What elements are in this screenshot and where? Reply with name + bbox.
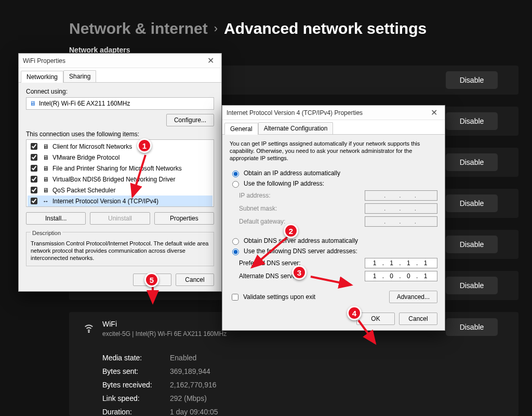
dialog-title: Internet Protocol Version 4 (TCP/IPv4) P… — [227, 109, 363, 116]
stat-val: 292 (Mbps) — [170, 392, 207, 405]
list-item[interactable]: 🖥Client for Microsoft Networks — [28, 141, 212, 152]
item-checkbox[interactable] — [31, 187, 37, 193]
items-label: This connection uses the following items… — [26, 131, 214, 138]
gateway-field — [365, 216, 437, 227]
adapter-stats: Media state:Enabled Bytes sent:369,189,9… — [102, 351, 218, 416]
cancel-button[interactable]: Cancel — [399, 313, 437, 325]
ip-address-field — [365, 190, 437, 201]
item-checkbox[interactable] — [31, 143, 37, 150]
protocol-icon: 🖥 — [42, 143, 49, 150]
list-item[interactable]: 🖥QoS Packet Scheduler — [28, 185, 212, 196]
item-label: Internet Protocol Version 4 (TCP/IPv4) — [52, 198, 158, 205]
adapter-sub: excitel-5G | Intel(R) Wi-Fi 6E AX211 160… — [102, 330, 227, 337]
validate-label: Validate settings upon exit — [243, 293, 315, 301]
protocol-icon: 🖥 — [42, 176, 49, 183]
radio-dns-manual-label: Use the following DNS server addresses: — [244, 248, 357, 255]
adapter-field[interactable]: 🖥 Intel(R) Wi-Fi 6E AX211 160MHz — [26, 97, 214, 110]
radio-dns-auto[interactable] — [232, 238, 239, 245]
stat-val: 369,189,944 — [170, 365, 210, 378]
adapter-name-text: Intel(R) Wi-Fi 6E AX211 160MHz — [39, 100, 130, 107]
item-label: QoS Packet Scheduler — [52, 187, 115, 194]
breadcrumb: Network & internet › Advanced network se… — [69, 18, 427, 39]
description-text: Transmission Control Protocol/Internet P… — [31, 240, 209, 262]
item-label: VirtualBox NDIS6 Bridged Networking Driv… — [52, 176, 176, 183]
stat-key: Media state: — [102, 351, 170, 365]
validate-checkbox[interactable] — [232, 294, 238, 301]
close-icon[interactable]: ✕ — [428, 108, 441, 118]
advanced-button[interactable]: Advanced... — [389, 291, 437, 303]
list-item[interactable]: 🖥VMware Bridge Protocol — [28, 152, 212, 163]
disable-button[interactable]: Disable — [446, 112, 498, 130]
protocol-icon: ↔ — [42, 198, 49, 205]
configure-button[interactable]: Configure... — [166, 114, 214, 126]
stat-val: 1 day 09:40:05 — [170, 405, 218, 416]
disable-button[interactable]: Disable — [446, 236, 498, 253]
list-item[interactable]: 🖥VirtualBox NDIS6 Bridged Networking Dri… — [28, 174, 212, 185]
svg-point-0 — [88, 331, 89, 332]
tab-sharing[interactable]: Sharing — [63, 70, 96, 82]
uninstall-button[interactable]: Uninstall — [90, 212, 150, 225]
pref-dns-field[interactable] — [365, 258, 437, 268]
stat-key: Bytes sent: — [102, 365, 170, 378]
annotation-4: 4 — [347, 306, 362, 320]
cancel-button[interactable]: Cancel — [176, 274, 214, 286]
disable-button[interactable]: Disable — [446, 194, 498, 212]
stat-key: Bytes received: — [102, 378, 170, 392]
radio-ip-manual[interactable] — [232, 181, 239, 188]
radio-ip-manual-label: Use the following IP address: — [244, 180, 324, 187]
stat-val: Enabled — [170, 351, 196, 365]
item-checkbox[interactable] — [31, 165, 37, 172]
annotation-3: 3 — [292, 265, 307, 280]
list-item[interactable]: ↔Microsoft Network Adapter Multiplexor P… — [28, 206, 212, 207]
item-label: Client for Microsoft Networks — [52, 143, 132, 150]
breadcrumb-parent[interactable]: Network & internet — [69, 20, 208, 37]
network-adapter-icon: 🖥 — [30, 100, 36, 107]
chevron-right-icon: › — [214, 22, 218, 35]
ip-address-label: IP address: — [239, 192, 270, 199]
protocol-icon: 🖥 — [42, 187, 49, 194]
subnet-field — [365, 203, 437, 214]
disable-button[interactable]: Disable — [446, 71, 498, 89]
ipv4-properties-dialog: Internet Protocol Version 4 (TCP/IPv4) P… — [222, 105, 445, 331]
ipv4-intro: You can get IP settings assigned automat… — [230, 140, 437, 162]
alt-dns-label: Alternate DNS server: — [239, 272, 300, 280]
tab-networking[interactable]: Networking — [21, 71, 63, 83]
breadcrumb-current: Advanced network settings — [224, 20, 427, 37]
radio-ip-auto[interactable] — [232, 171, 239, 177]
disable-button[interactable]: Disable — [446, 277, 498, 294]
annotation-5: 5 — [144, 272, 159, 287]
install-button[interactable]: Install... — [26, 212, 86, 225]
ok-button[interactable]: OK — [356, 313, 395, 325]
disable-button[interactable]: Disable — [446, 153, 498, 171]
gateway-label: Default gateway: — [239, 218, 285, 225]
list-item[interactable]: ↔Internet Protocol Version 4 (TCP/IPv4) — [28, 196, 212, 206]
tab-general[interactable]: General — [224, 123, 258, 135]
subnet-label: Subnet mask: — [239, 205, 277, 212]
stat-key: Duration: — [102, 405, 170, 416]
connect-using-label: Connect using: — [26, 88, 214, 95]
radio-dns-manual[interactable] — [232, 249, 239, 255]
stat-key: Link speed: — [102, 392, 170, 405]
item-label: VMware Bridge Protocol — [52, 154, 119, 161]
alt-dns-field[interactable] — [365, 271, 437, 281]
item-label: File and Printer Sharing for Microsoft N… — [52, 165, 182, 172]
item-checkbox[interactable] — [31, 198, 37, 204]
connection-items-list[interactable]: 🖥Client for Microsoft Networks🖥VMware Br… — [26, 139, 214, 207]
close-icon[interactable]: ✕ — [204, 56, 217, 66]
radio-ip-auto-label: Obtain an IP address automatically — [244, 170, 340, 177]
dialog-title: WiFi Properties — [23, 57, 65, 64]
annotation-1: 1 — [137, 138, 152, 153]
list-item[interactable]: 🖥File and Printer Sharing for Microsoft … — [28, 163, 212, 174]
item-checkbox[interactable] — [31, 154, 37, 161]
stat-val: 2,162,770,916 — [170, 378, 217, 392]
protocol-icon: 🖥 — [42, 154, 49, 161]
properties-button[interactable]: Properties — [154, 212, 214, 225]
description-heading: Description — [31, 230, 62, 236]
wifi-icon — [83, 322, 95, 336]
wifi-properties-dialog: WiFi Properties ✕ Networking Sharing Con… — [18, 53, 222, 292]
adapter-name: WiFi — [102, 320, 117, 328]
tab-alternate-config[interactable]: Alternate Configuration — [258, 122, 334, 134]
item-checkbox[interactable] — [31, 176, 37, 183]
protocol-icon: 🖥 — [42, 165, 49, 172]
disable-button[interactable]: Disable — [446, 318, 498, 336]
